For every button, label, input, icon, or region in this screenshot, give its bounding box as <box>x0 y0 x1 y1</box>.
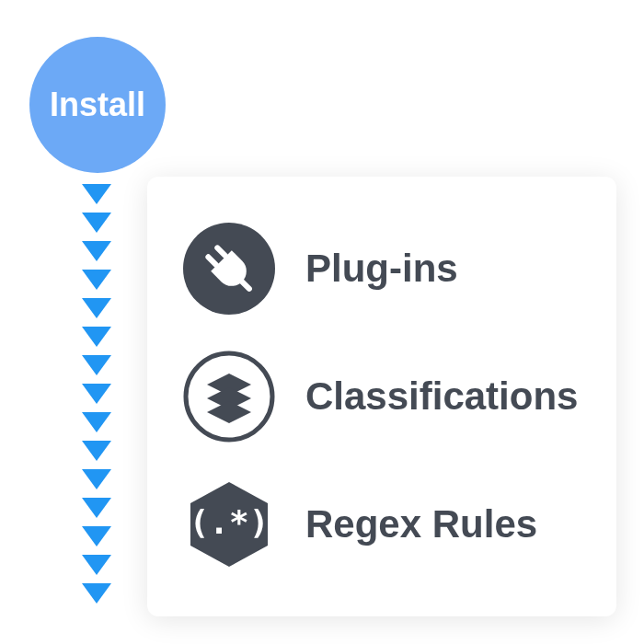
flow-arrow-down-icon <box>82 327 111 347</box>
flow-arrow-down-icon <box>82 213 111 233</box>
list-item: (.*) Regex Rules <box>178 474 585 575</box>
install-step-circle: Install <box>29 37 166 173</box>
flow-arrow-down-icon <box>82 555 111 575</box>
flow-arrow-down-icon <box>82 355 111 375</box>
regex-rules-label: Regex Rules <box>305 502 537 546</box>
flow-arrow-down-icon <box>82 583 111 604</box>
flow-arrow-down-icon <box>82 526 111 546</box>
flow-arrow-down-icon <box>82 384 111 404</box>
flow-arrow-down-icon <box>82 498 111 518</box>
layers-icon <box>178 346 280 447</box>
flow-arrow-down-icon <box>82 298 111 318</box>
list-item: Plug-ins <box>178 218 585 319</box>
plug-icon <box>178 218 280 319</box>
flow-arrow-down-icon <box>82 412 111 432</box>
flow-arrow-down-icon <box>82 469 111 489</box>
svg-marker-7 <box>207 401 251 423</box>
svg-text:(.*): (.*) <box>190 503 270 541</box>
classifications-label: Classifications <box>305 374 578 419</box>
flow-arrow-down-icon <box>82 270 111 290</box>
install-label: Install <box>50 86 145 124</box>
flow-arrow-down-icon <box>82 184 111 204</box>
list-item: Classifications <box>178 346 585 447</box>
plugins-label: Plug-ins <box>305 247 458 291</box>
flow-arrow-down-icon <box>82 441 111 461</box>
flow-arrow-column <box>78 184 115 604</box>
flow-arrow-down-icon <box>82 241 111 261</box>
regex-icon: (.*) <box>178 474 280 575</box>
options-card: Plug-ins Classifications (.*) Regex Rule… <box>147 177 616 616</box>
